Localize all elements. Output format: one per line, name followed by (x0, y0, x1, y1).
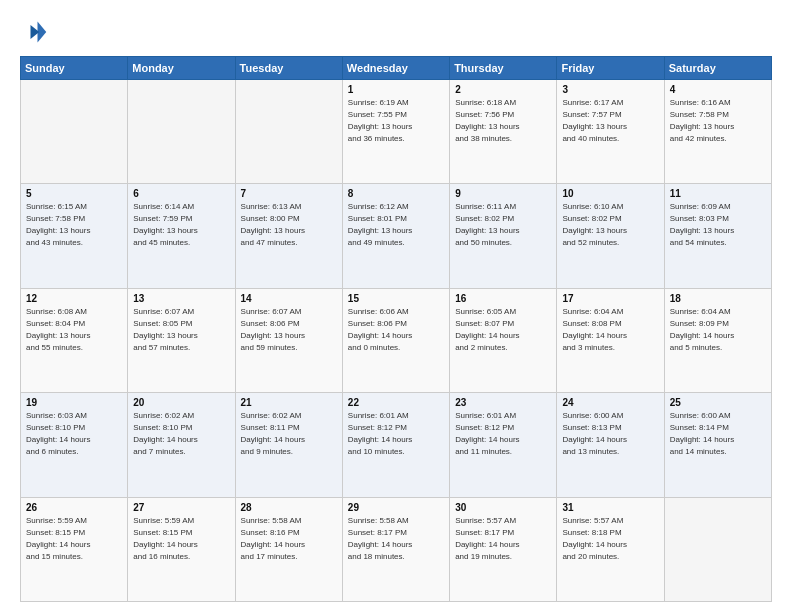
day-number: 3 (562, 84, 658, 95)
day-number: 1 (348, 84, 444, 95)
calendar-table: SundayMondayTuesdayWednesdayThursdayFrid… (20, 56, 772, 602)
day-info: Sunrise: 6:02 AM Sunset: 8:10 PM Dayligh… (133, 410, 229, 458)
calendar-cell: 19Sunrise: 6:03 AM Sunset: 8:10 PM Dayli… (21, 393, 128, 497)
day-info: Sunrise: 6:10 AM Sunset: 8:02 PM Dayligh… (562, 201, 658, 249)
day-info: Sunrise: 6:00 AM Sunset: 8:13 PM Dayligh… (562, 410, 658, 458)
day-info: Sunrise: 6:00 AM Sunset: 8:14 PM Dayligh… (670, 410, 766, 458)
day-header-tuesday: Tuesday (235, 57, 342, 80)
calendar-cell: 13Sunrise: 6:07 AM Sunset: 8:05 PM Dayli… (128, 288, 235, 392)
day-number: 22 (348, 397, 444, 408)
calendar-body: 1Sunrise: 6:19 AM Sunset: 7:55 PM Daylig… (21, 80, 772, 602)
day-header-thursday: Thursday (450, 57, 557, 80)
calendar-cell: 20Sunrise: 6:02 AM Sunset: 8:10 PM Dayli… (128, 393, 235, 497)
day-header-sunday: Sunday (21, 57, 128, 80)
day-info: Sunrise: 6:12 AM Sunset: 8:01 PM Dayligh… (348, 201, 444, 249)
day-header-friday: Friday (557, 57, 664, 80)
day-number: 16 (455, 293, 551, 304)
calendar-cell: 24Sunrise: 6:00 AM Sunset: 8:13 PM Dayli… (557, 393, 664, 497)
day-number: 9 (455, 188, 551, 199)
day-number: 29 (348, 502, 444, 513)
day-info: Sunrise: 6:07 AM Sunset: 8:06 PM Dayligh… (241, 306, 337, 354)
day-number: 26 (26, 502, 122, 513)
calendar-cell (235, 80, 342, 184)
calendar-cell: 15Sunrise: 6:06 AM Sunset: 8:06 PM Dayli… (342, 288, 449, 392)
calendar-cell: 22Sunrise: 6:01 AM Sunset: 8:12 PM Dayli… (342, 393, 449, 497)
calendar-cell: 11Sunrise: 6:09 AM Sunset: 8:03 PM Dayli… (664, 184, 771, 288)
day-number: 23 (455, 397, 551, 408)
day-info: Sunrise: 6:05 AM Sunset: 8:07 PM Dayligh… (455, 306, 551, 354)
day-info: Sunrise: 6:08 AM Sunset: 8:04 PM Dayligh… (26, 306, 122, 354)
week-row-1: 1Sunrise: 6:19 AM Sunset: 7:55 PM Daylig… (21, 80, 772, 184)
day-info: Sunrise: 6:18 AM Sunset: 7:56 PM Dayligh… (455, 97, 551, 145)
week-row-4: 19Sunrise: 6:03 AM Sunset: 8:10 PM Dayli… (21, 393, 772, 497)
page: SundayMondayTuesdayWednesdayThursdayFrid… (0, 0, 792, 612)
calendar-cell: 26Sunrise: 5:59 AM Sunset: 8:15 PM Dayli… (21, 497, 128, 601)
week-row-2: 5Sunrise: 6:15 AM Sunset: 7:58 PM Daylig… (21, 184, 772, 288)
day-number: 4 (670, 84, 766, 95)
day-number: 18 (670, 293, 766, 304)
day-info: Sunrise: 5:57 AM Sunset: 8:18 PM Dayligh… (562, 515, 658, 563)
day-number: 19 (26, 397, 122, 408)
day-number: 12 (26, 293, 122, 304)
day-header-saturday: Saturday (664, 57, 771, 80)
day-number: 8 (348, 188, 444, 199)
calendar-cell: 4Sunrise: 6:16 AM Sunset: 7:58 PM Daylig… (664, 80, 771, 184)
day-info: Sunrise: 5:58 AM Sunset: 8:16 PM Dayligh… (241, 515, 337, 563)
calendar-cell: 17Sunrise: 6:04 AM Sunset: 8:08 PM Dayli… (557, 288, 664, 392)
day-header-wednesday: Wednesday (342, 57, 449, 80)
day-number: 14 (241, 293, 337, 304)
calendar-cell: 10Sunrise: 6:10 AM Sunset: 8:02 PM Dayli… (557, 184, 664, 288)
calendar-cell: 16Sunrise: 6:05 AM Sunset: 8:07 PM Dayli… (450, 288, 557, 392)
day-info: Sunrise: 6:03 AM Sunset: 8:10 PM Dayligh… (26, 410, 122, 458)
day-info: Sunrise: 6:11 AM Sunset: 8:02 PM Dayligh… (455, 201, 551, 249)
day-number: 30 (455, 502, 551, 513)
calendar-cell: 6Sunrise: 6:14 AM Sunset: 7:59 PM Daylig… (128, 184, 235, 288)
day-number: 17 (562, 293, 658, 304)
days-header-row: SundayMondayTuesdayWednesdayThursdayFrid… (21, 57, 772, 80)
day-info: Sunrise: 6:01 AM Sunset: 8:12 PM Dayligh… (455, 410, 551, 458)
calendar-cell: 30Sunrise: 5:57 AM Sunset: 8:17 PM Dayli… (450, 497, 557, 601)
calendar-cell (21, 80, 128, 184)
day-info: Sunrise: 6:19 AM Sunset: 7:55 PM Dayligh… (348, 97, 444, 145)
day-info: Sunrise: 6:17 AM Sunset: 7:57 PM Dayligh… (562, 97, 658, 145)
day-number: 28 (241, 502, 337, 513)
logo (20, 18, 52, 46)
day-number: 20 (133, 397, 229, 408)
day-info: Sunrise: 6:04 AM Sunset: 8:08 PM Dayligh… (562, 306, 658, 354)
calendar-cell: 28Sunrise: 5:58 AM Sunset: 8:16 PM Dayli… (235, 497, 342, 601)
calendar-cell: 18Sunrise: 6:04 AM Sunset: 8:09 PM Dayli… (664, 288, 771, 392)
header (20, 18, 772, 46)
calendar-cell: 12Sunrise: 6:08 AM Sunset: 8:04 PM Dayli… (21, 288, 128, 392)
calendar-cell (128, 80, 235, 184)
day-number: 31 (562, 502, 658, 513)
day-number: 13 (133, 293, 229, 304)
day-info: Sunrise: 5:58 AM Sunset: 8:17 PM Dayligh… (348, 515, 444, 563)
day-number: 5 (26, 188, 122, 199)
day-number: 21 (241, 397, 337, 408)
day-info: Sunrise: 6:15 AM Sunset: 7:58 PM Dayligh… (26, 201, 122, 249)
day-info: Sunrise: 5:59 AM Sunset: 8:15 PM Dayligh… (133, 515, 229, 563)
day-info: Sunrise: 6:14 AM Sunset: 7:59 PM Dayligh… (133, 201, 229, 249)
calendar-cell (664, 497, 771, 601)
week-row-3: 12Sunrise: 6:08 AM Sunset: 8:04 PM Dayli… (21, 288, 772, 392)
calendar-cell: 8Sunrise: 6:12 AM Sunset: 8:01 PM Daylig… (342, 184, 449, 288)
day-info: Sunrise: 6:16 AM Sunset: 7:58 PM Dayligh… (670, 97, 766, 145)
day-number: 24 (562, 397, 658, 408)
calendar-cell: 1Sunrise: 6:19 AM Sunset: 7:55 PM Daylig… (342, 80, 449, 184)
calendar-cell: 31Sunrise: 5:57 AM Sunset: 8:18 PM Dayli… (557, 497, 664, 601)
day-number: 15 (348, 293, 444, 304)
day-number: 7 (241, 188, 337, 199)
calendar-cell: 7Sunrise: 6:13 AM Sunset: 8:00 PM Daylig… (235, 184, 342, 288)
week-row-5: 26Sunrise: 5:59 AM Sunset: 8:15 PM Dayli… (21, 497, 772, 601)
day-info: Sunrise: 6:13 AM Sunset: 8:00 PM Dayligh… (241, 201, 337, 249)
calendar-cell: 27Sunrise: 5:59 AM Sunset: 8:15 PM Dayli… (128, 497, 235, 601)
day-info: Sunrise: 6:01 AM Sunset: 8:12 PM Dayligh… (348, 410, 444, 458)
calendar-cell: 14Sunrise: 6:07 AM Sunset: 8:06 PM Dayli… (235, 288, 342, 392)
day-number: 11 (670, 188, 766, 199)
day-info: Sunrise: 6:06 AM Sunset: 8:06 PM Dayligh… (348, 306, 444, 354)
calendar-cell: 3Sunrise: 6:17 AM Sunset: 7:57 PM Daylig… (557, 80, 664, 184)
day-number: 10 (562, 188, 658, 199)
calendar-cell: 29Sunrise: 5:58 AM Sunset: 8:17 PM Dayli… (342, 497, 449, 601)
day-info: Sunrise: 6:07 AM Sunset: 8:05 PM Dayligh… (133, 306, 229, 354)
calendar-cell: 5Sunrise: 6:15 AM Sunset: 7:58 PM Daylig… (21, 184, 128, 288)
